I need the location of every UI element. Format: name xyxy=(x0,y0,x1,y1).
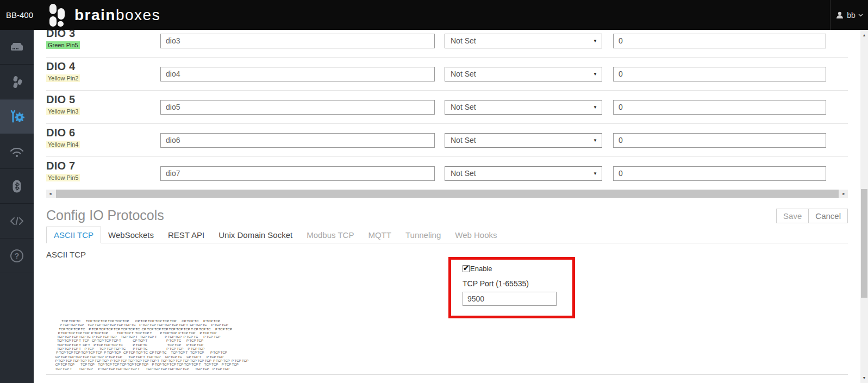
sidebar-item-code[interactable] xyxy=(0,204,34,238)
io-row-label: DIO 5 Yellow Pin3 xyxy=(46,91,160,123)
io-name-input[interactable] xyxy=(160,34,435,48)
sidebar-item-device[interactable] xyxy=(0,30,34,65)
dio-name: DIO 4 xyxy=(46,60,160,73)
panel-title: ASCII TCP xyxy=(46,250,848,259)
sidebar-item-help[interactable]: ? xyxy=(0,238,34,273)
brand-text: brainboxes xyxy=(74,7,160,24)
io-name-input[interactable] xyxy=(160,133,435,148)
user-menu[interactable]: bb xyxy=(830,0,868,30)
enable-checkbox[interactable] xyxy=(463,265,470,272)
connections-icon xyxy=(9,74,25,90)
select-arrow-icon: ▼ xyxy=(593,39,597,43)
scroll-up-arrow-icon[interactable]: ▲ xyxy=(860,31,868,39)
tab-modbus-tcp[interactable]: Modbus TCP xyxy=(299,227,361,243)
io-row: DIO 3 Green Pin5 Not Set ▼ xyxy=(46,30,848,58)
code-icon xyxy=(9,214,25,228)
dio-name: DIO 5 xyxy=(46,93,160,106)
tab-mqtt[interactable]: MQTT xyxy=(361,227,398,243)
section-title: Config IO Protocols xyxy=(46,207,164,223)
sidebar: ? xyxy=(0,30,34,383)
tab-unix-domain-socket[interactable]: Unix Domain Socket xyxy=(211,227,299,243)
dio-name: DIO 7 xyxy=(46,160,160,172)
sidebar-item-bluetooth[interactable] xyxy=(0,169,34,204)
user-name: bb xyxy=(847,11,855,20)
tcp-word-art: TCP TCP TC TCP TCP TCP TCP TCP TCP CP TC… xyxy=(54,319,248,371)
horizontal-scrollbar[interactable]: ◄ ► xyxy=(46,190,848,198)
vertical-scrollbar-thumb[interactable] xyxy=(861,189,867,298)
bluetooth-icon xyxy=(9,179,24,194)
cancel-button[interactable]: Cancel xyxy=(808,209,848,223)
dio-name: DIO 6 xyxy=(46,127,160,139)
select-arrow-icon: ▼ xyxy=(593,171,597,176)
sidebar-item-io[interactable] xyxy=(0,99,34,134)
io-value-input[interactable] xyxy=(613,67,826,81)
pin-badge: Yellow Pin4 xyxy=(46,141,80,148)
annotation-highlight: Enable TCP Port (1-65535) xyxy=(448,257,575,318)
io-value-input[interactable] xyxy=(613,100,826,115)
wifi-icon xyxy=(9,145,25,159)
selected-option: Not Set xyxy=(451,169,476,178)
user-icon xyxy=(835,11,844,20)
io-value-input[interactable] xyxy=(613,133,826,148)
tab-websockets[interactable]: WebSockets xyxy=(101,227,161,243)
sidebar-item-connections[interactable] xyxy=(0,65,34,99)
brainboxes-logo: brainboxes xyxy=(43,3,160,27)
panel-bottom-divider xyxy=(46,374,848,375)
device-name: BB-400 xyxy=(6,10,34,20)
enable-row[interactable]: Enable xyxy=(463,265,572,273)
main-content: DIO 3 Green Pin5 Not Set ▼ DIO 4 Yellow … xyxy=(34,30,860,383)
selected-option: Not Set xyxy=(451,103,476,111)
tab-tunneling[interactable]: Tunneling xyxy=(398,227,448,243)
io-function-select[interactable]: Not Set ▼ xyxy=(445,166,602,181)
chevron-down-icon xyxy=(858,14,863,17)
io-name-input[interactable] xyxy=(160,100,435,115)
selected-option: Not Set xyxy=(451,36,476,45)
help-icon: ? xyxy=(9,248,24,263)
io-row-label: DIO 3 Green Pin5 xyxy=(46,30,160,57)
io-value-input[interactable] xyxy=(613,34,826,48)
button-group: Save Cancel xyxy=(776,209,848,223)
io-name-input[interactable] xyxy=(160,166,435,181)
io-function-select[interactable]: Not Set ▼ xyxy=(445,67,602,81)
protocols-section-header: Config IO Protocols Save Cancel xyxy=(46,207,848,223)
vertical-scrollbar[interactable]: ▲ ▼ xyxy=(860,30,868,383)
app-header: BB-400 brainboxes bb xyxy=(0,0,868,30)
sidebar-item-wifi[interactable] xyxy=(0,134,34,169)
tab-web-hooks[interactable]: Web Hooks xyxy=(448,227,504,243)
io-row: DIO 4 Yellow Pin2 Not Set ▼ xyxy=(46,58,848,91)
select-arrow-icon: ▼ xyxy=(593,105,597,110)
brainboxes-mark-icon xyxy=(43,3,71,27)
pin-badge: Yellow Pin5 xyxy=(46,174,80,181)
protocol-tabs: ASCII TCPWebSocketsREST APIUnix Domain S… xyxy=(46,227,848,243)
device-icon xyxy=(9,40,25,55)
io-row: DIO 5 Yellow Pin3 Not Set ▼ xyxy=(46,91,848,124)
pin-badge: Green Pin5 xyxy=(46,41,80,49)
io-row: DIO 7 Yellow Pin5 Not Set ▼ xyxy=(46,157,848,190)
pin-badge: Yellow Pin3 xyxy=(46,108,80,115)
pin-badge: Yellow Pin2 xyxy=(46,74,80,82)
io-rows: DIO 3 Green Pin5 Not Set ▼ DIO 4 Yellow … xyxy=(34,30,860,190)
selected-option: Not Set xyxy=(451,70,476,78)
io-function-select[interactable]: Not Set ▼ xyxy=(445,100,602,115)
scroll-right-arrow-icon[interactable]: ► xyxy=(840,190,848,198)
dio-name: DIO 3 xyxy=(46,30,160,40)
io-function-select[interactable]: Not Set ▼ xyxy=(445,34,602,48)
enable-label: Enable xyxy=(470,265,492,273)
io-function-select[interactable]: Not Set ▼ xyxy=(445,133,602,148)
scroll-left-arrow-icon[interactable]: ◄ xyxy=(46,190,54,198)
tab-rest-api[interactable]: REST API xyxy=(161,227,211,243)
io-row-label: DIO 6 Yellow Pin4 xyxy=(46,124,160,156)
page: BB-400 brainboxes bb xyxy=(0,0,868,383)
scroll-down-arrow-icon[interactable]: ▼ xyxy=(860,374,868,382)
selected-option: Not Set xyxy=(451,136,476,145)
io-value-input[interactable] xyxy=(613,166,826,181)
tcp-port-label: TCP Port (1-65535) xyxy=(463,279,572,288)
select-arrow-icon: ▼ xyxy=(593,138,597,143)
io-row-label: DIO 4 Yellow Pin2 xyxy=(46,58,160,90)
io-row-label: DIO 7 Yellow Pin5 xyxy=(46,157,160,190)
tab-ascii-tcp[interactable]: ASCII TCP xyxy=(46,227,101,243)
io-name-input[interactable] xyxy=(160,67,435,81)
tcp-port-input[interactable] xyxy=(463,292,557,306)
save-button[interactable]: Save xyxy=(776,209,809,223)
horizontal-scrollbar-thumb[interactable] xyxy=(56,190,839,198)
